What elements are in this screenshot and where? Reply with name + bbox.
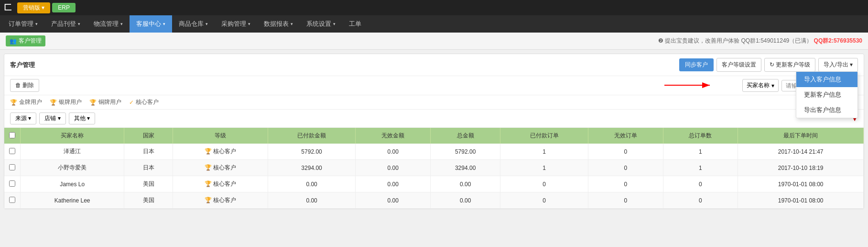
red-arrow-annotation xyxy=(660,78,717,92)
customer-type-tabs: 🏆 金牌用户 🏆 银牌用户 🏆 铜牌用户 ✓ 核心客户 xyxy=(4,95,864,110)
cell-last-order: 2017-10-10 18:19 xyxy=(738,160,864,176)
col-country: 国家 xyxy=(124,128,173,144)
level-settings-button[interactable]: 客户等级设置 xyxy=(716,58,761,72)
filter-buttons: 来源 ▾ 店铺 ▾ 其他 ▾ xyxy=(10,112,95,124)
menu-reports[interactable]: 数据报表 ▾ xyxy=(257,15,300,33)
cell-paid-orders: 0 xyxy=(500,176,588,192)
gold-trophy-icon: 🏆 xyxy=(10,99,17,106)
cell-level: 🏆 核心客户 xyxy=(173,144,268,160)
tab-silver-user[interactable]: 🏆 银牌用户 xyxy=(50,98,82,106)
menu-settings[interactable]: 系统设置 ▾ xyxy=(300,15,342,33)
sync-customers-button[interactable]: 同步客户 xyxy=(679,58,714,71)
cell-invalid-amount: 0.00 xyxy=(356,176,431,192)
cell-country: 日本 xyxy=(124,160,173,176)
cell-paid-orders: 1 xyxy=(500,160,588,176)
cell-paid-amount: 3294.00 xyxy=(268,160,356,176)
cell-last-order: 1970-01-01 08:00 xyxy=(738,176,864,192)
table-header: 买家名称 国家 等级 已付款金额 无效金额 总金额 已付款订单 无效订单 总订单… xyxy=(4,128,864,144)
other-filter-button[interactable]: 其他 ▾ xyxy=(69,112,95,124)
tab-gold-user[interactable]: 🏆 金牌用户 xyxy=(10,98,42,106)
menu-customer-service[interactable]: 客服中心 ▾ xyxy=(130,15,172,33)
bronze-trophy-icon: 🏆 xyxy=(89,99,97,106)
cell-checkbox xyxy=(4,192,21,209)
col-total-orders: 总订单数 xyxy=(663,128,738,144)
row-checkbox[interactable] xyxy=(9,197,15,203)
filter-row: 来源 ▾ 店铺 ▾ 其他 ▾ ▼ xyxy=(4,110,864,128)
col-last-order-time: 最后下单时间 xyxy=(738,128,864,144)
row-checkbox[interactable] xyxy=(9,148,15,154)
table-body: 泽通江 日本 🏆 核心客户 5792.00 0.00 5792.00 1 0 1… xyxy=(4,144,864,209)
cell-invalid-amount: 0.00 xyxy=(356,144,431,160)
cell-total-orders: 1 xyxy=(663,144,738,160)
source-filter-button[interactable]: 来源 ▾ xyxy=(10,112,36,124)
menu-order-management[interactable]: 订单管理 ▾ xyxy=(2,15,44,33)
toolbar-row-2: 🗑 删除 买家名称 ▾ xyxy=(4,76,864,95)
tab-core-customer[interactable]: ✓ 核心客户 xyxy=(129,98,159,106)
cell-buyer-name: 小野寺爱美 xyxy=(21,160,124,176)
menu-product-listing[interactable]: 产品刊登 ▾ xyxy=(44,15,87,33)
cell-country: 美国 xyxy=(124,192,173,209)
buyer-name-select[interactable]: 买家名称 ▾ xyxy=(742,79,779,92)
cell-paid-orders: 0 xyxy=(500,192,588,209)
breadcrumb-right: ❷ 提出宝贵建议，改善用户体验 QQ群1:549011249（已满） QQ群2:… xyxy=(658,37,862,45)
export-customer-info-item[interactable]: 导出客户信息 xyxy=(796,102,857,118)
menu-workorder[interactable]: 工单 xyxy=(342,15,368,33)
customers-icon: 👥 xyxy=(10,38,17,45)
cell-buyer-name: 泽通江 xyxy=(21,144,124,160)
customer-table: 买家名称 国家 等级 已付款金额 无效金额 总金额 已付款订单 无效订单 总订单… xyxy=(4,128,864,209)
cell-last-order: 2017-10-14 21:47 xyxy=(738,144,864,160)
chevron-down-icon: ▾ xyxy=(291,22,293,26)
menu-logistics[interactable]: 物流管理 ▾ xyxy=(87,15,130,33)
export-button[interactable]: 导入/导出 ▾ xyxy=(818,58,858,72)
breadcrumb-left: 👥 客户管理 xyxy=(6,35,45,46)
tab-bronze-user[interactable]: 🏆 铜牌用户 xyxy=(89,98,121,106)
col-total-amount: 总金额 xyxy=(431,128,500,144)
table-row: 泽通江 日本 🏆 核心客户 5792.00 0.00 5792.00 1 0 1… xyxy=(4,144,864,160)
marketing-version-button[interactable]: 营销版 ▾ xyxy=(17,2,50,13)
menu-purchasing[interactable]: 采购管理 ▾ xyxy=(215,15,257,33)
update-level-button[interactable]: ↻ 更新客户等级 xyxy=(764,58,815,72)
page-title-badge: 👥 客户管理 xyxy=(6,35,45,46)
row-checkbox[interactable] xyxy=(9,164,15,170)
cell-total-amount: 0.00 xyxy=(431,192,500,209)
toolbar-right: 同步客户 客户等级设置 ↻ 更新客户等级 导入/导出 ▾ 导入客户信息 更新客户… xyxy=(679,58,858,72)
cell-invalid-orders: 0 xyxy=(588,144,663,160)
col-invalid-amount: 无效金额 xyxy=(356,128,431,144)
cell-paid-amount: 5792.00 xyxy=(268,144,356,160)
cell-checkbox xyxy=(4,176,21,192)
cell-invalid-orders: 0 xyxy=(588,192,663,209)
store-filter-button[interactable]: 店铺 ▾ xyxy=(39,112,65,124)
menu-warehouse[interactable]: 商品仓库 ▾ xyxy=(172,15,215,33)
cell-total-orders: 0 xyxy=(663,176,738,192)
logo: 匚 xyxy=(4,3,11,13)
cell-total-amount: 5792.00 xyxy=(431,144,500,160)
content-area: 客户管理 同步客户 客户等级设置 ↻ 更新客户等级 导入/导出 ▾ 导入客户信息… xyxy=(4,54,864,209)
export-dropdown-container: 导入/导出 ▾ 导入客户信息 更新客户信息 导出客户信息 xyxy=(818,58,858,72)
update-customer-info-item[interactable]: 更新客户信息 xyxy=(796,87,857,102)
cell-level: 🏆 核心客户 xyxy=(173,176,268,192)
table-row: 小野寺爱美 日本 🏆 核心客户 3294.00 0.00 3294.00 1 0… xyxy=(4,160,864,176)
col-level: 等级 xyxy=(173,128,268,144)
core-check-icon: ✓ xyxy=(129,99,134,106)
select-all-checkbox[interactable] xyxy=(9,132,15,138)
top-navigation: 匚 营销版 ▾ ERP xyxy=(0,0,868,15)
cell-country: 日本 xyxy=(124,144,173,160)
col-paid-amount: 已付款金额 xyxy=(268,128,356,144)
col-buyer-name: 买家名称 xyxy=(21,128,124,144)
toolbar-row-1: 客户管理 同步客户 客户等级设置 ↻ 更新客户等级 导入/导出 ▾ 导入客户信息… xyxy=(4,54,864,76)
erp-button[interactable]: ERP xyxy=(52,3,76,12)
qq2-link[interactable]: QQ群2:576935530 xyxy=(814,37,862,44)
cell-checkbox xyxy=(4,160,21,176)
chevron-down-icon: ▾ xyxy=(78,22,80,26)
row-checkbox[interactable] xyxy=(9,180,15,187)
cell-total-amount: 3294.00 xyxy=(431,160,500,176)
cell-buyer-name: James Lo xyxy=(21,176,124,192)
chevron-down-icon: ▾ xyxy=(35,22,38,26)
silver-trophy-icon: 🏆 xyxy=(50,99,57,106)
cell-last-order: 1970-01-01 08:00 xyxy=(738,192,864,209)
cell-level: 🏆 核心客户 xyxy=(173,192,268,209)
import-customer-info-item[interactable]: 导入客户信息 xyxy=(796,72,857,87)
breadcrumb-bar: 👥 客户管理 ❷ 提出宝贵建议，改善用户体验 QQ群1:549011249（已满… xyxy=(0,33,868,50)
main-menu: 订单管理 ▾ 产品刊登 ▾ 物流管理 ▾ 客服中心 ▾ 商品仓库 ▾ 采购管理 … xyxy=(0,15,868,33)
delete-button[interactable]: 🗑 删除 xyxy=(10,79,39,92)
